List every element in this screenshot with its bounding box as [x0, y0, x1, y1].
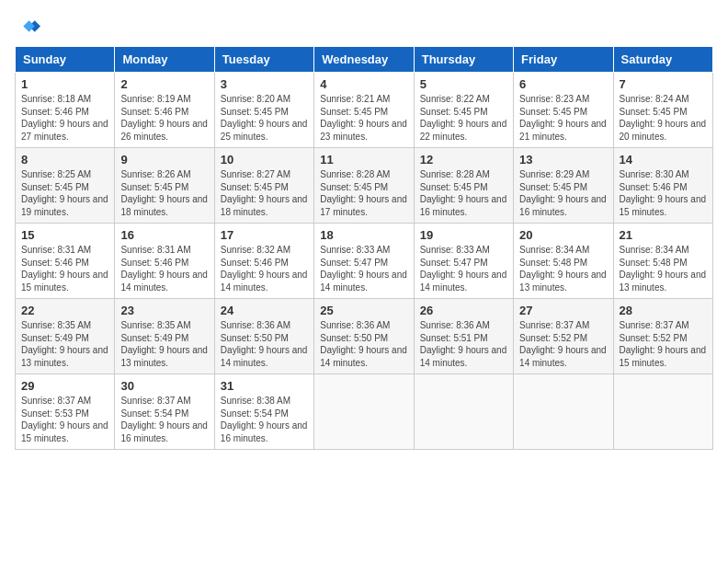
day-number: 22 — [21, 304, 108, 317]
day-info: Sunrise: 8:27 AMSunset: 5:45 PMDaylight:… — [221, 168, 308, 218]
day-number: 27 — [519, 304, 607, 317]
day-cell: 2Sunrise: 8:19 AMSunset: 5:46 PMDaylight… — [115, 73, 214, 148]
day-info: Sunrise: 8:36 AMSunset: 5:50 PMDaylight:… — [221, 319, 308, 369]
day-cell: 1Sunrise: 8:18 AMSunset: 5:46 PMDaylight… — [16, 73, 115, 148]
day-info: Sunrise: 8:37 AMSunset: 5:53 PMDaylight:… — [21, 395, 108, 444]
day-info: Sunrise: 8:38 AMSunset: 5:54 PMDaylight:… — [221, 395, 308, 444]
day-info: Sunrise: 8:32 AMSunset: 5:46 PMDaylight:… — [221, 244, 308, 293]
day-info: Sunrise: 8:28 AMSunset: 5:45 PMDaylight:… — [320, 168, 407, 218]
day-number: 31 — [221, 379, 308, 393]
day-cell: 21Sunrise: 8:34 AMSunset: 5:48 PMDayligh… — [613, 224, 712, 299]
calendar-table: SundayMondayTuesdayWednesdayThursdayFrid… — [15, 46, 713, 450]
day-info: Sunrise: 8:33 AMSunset: 5:47 PMDaylight:… — [320, 244, 407, 293]
header-monday: Monday — [115, 47, 214, 73]
header-thursday: Thursday — [414, 47, 513, 73]
day-info: Sunrise: 8:33 AMSunset: 5:47 PMDaylight:… — [420, 244, 507, 293]
day-cell: 20Sunrise: 8:34 AMSunset: 5:48 PMDayligh… — [514, 224, 613, 299]
day-number: 19 — [420, 228, 507, 242]
day-number: 13 — [519, 153, 607, 167]
day-info: Sunrise: 8:37 AMSunset: 5:52 PMDaylight:… — [620, 319, 707, 369]
day-cell: 27Sunrise: 8:37 AMSunset: 5:52 PMDayligh… — [514, 299, 613, 374]
day-cell: 3Sunrise: 8:20 AMSunset: 5:45 PMDaylight… — [214, 73, 313, 148]
day-number: 6 — [519, 77, 607, 91]
day-number: 29 — [21, 379, 108, 393]
day-info: Sunrise: 8:21 AMSunset: 5:45 PMDaylight:… — [320, 93, 407, 143]
day-cell: 29Sunrise: 8:37 AMSunset: 5:53 PMDayligh… — [16, 374, 115, 450]
header-row: SundayMondayTuesdayWednesdayThursdayFrid… — [16, 47, 713, 73]
day-number: 14 — [620, 153, 707, 167]
day-info: Sunrise: 8:36 AMSunset: 5:51 PMDaylight:… — [420, 319, 507, 369]
day-number: 16 — [120, 228, 208, 242]
day-cell: 19Sunrise: 8:33 AMSunset: 5:47 PMDayligh… — [414, 224, 513, 299]
day-info: Sunrise: 8:35 AMSunset: 5:49 PMDaylight:… — [120, 319, 208, 369]
day-cell: 15Sunrise: 8:31 AMSunset: 5:46 PMDayligh… — [16, 224, 115, 299]
day-cell: 25Sunrise: 8:36 AMSunset: 5:50 PMDayligh… — [314, 299, 414, 374]
day-info: Sunrise: 8:36 AMSunset: 5:50 PMDaylight:… — [320, 319, 407, 369]
week-row-3: 15Sunrise: 8:31 AMSunset: 5:46 PMDayligh… — [16, 224, 713, 299]
day-cell — [514, 374, 613, 450]
day-info: Sunrise: 8:23 AMSunset: 5:45 PMDaylight:… — [519, 93, 607, 143]
day-number: 30 — [120, 379, 208, 393]
day-cell: 26Sunrise: 8:36 AMSunset: 5:51 PMDayligh… — [414, 299, 513, 374]
day-cell: 13Sunrise: 8:29 AMSunset: 5:45 PMDayligh… — [514, 148, 613, 224]
day-number: 8 — [21, 153, 108, 167]
day-info: Sunrise: 8:31 AMSunset: 5:46 PMDaylight:… — [120, 244, 208, 293]
day-info: Sunrise: 8:26 AMSunset: 5:45 PMDaylight:… — [120, 168, 208, 218]
day-cell: 23Sunrise: 8:35 AMSunset: 5:49 PMDayligh… — [115, 299, 214, 374]
day-cell: 31Sunrise: 8:38 AMSunset: 5:54 PMDayligh… — [214, 374, 313, 450]
day-number: 2 — [120, 77, 208, 91]
day-number: 15 — [21, 228, 108, 242]
header-wednesday: Wednesday — [314, 47, 414, 73]
day-cell: 6Sunrise: 8:23 AMSunset: 5:45 PMDaylight… — [514, 73, 613, 148]
day-cell: 12Sunrise: 8:28 AMSunset: 5:45 PMDayligh… — [414, 148, 513, 224]
day-info: Sunrise: 8:20 AMSunset: 5:45 PMDaylight:… — [221, 93, 308, 143]
day-number: 18 — [320, 228, 407, 242]
day-cell: 10Sunrise: 8:27 AMSunset: 5:45 PMDayligh… — [214, 148, 313, 224]
day-number: 28 — [620, 304, 707, 317]
day-info: Sunrise: 8:19 AMSunset: 5:46 PMDaylight:… — [120, 93, 208, 143]
page-header — [15, 15, 713, 40]
day-number: 11 — [320, 153, 407, 167]
day-info: Sunrise: 8:22 AMSunset: 5:45 PMDaylight:… — [420, 93, 507, 143]
day-number: 9 — [120, 153, 208, 167]
header-tuesday: Tuesday — [214, 47, 313, 73]
day-number: 5 — [420, 77, 507, 91]
day-number: 21 — [620, 228, 707, 242]
day-info: Sunrise: 8:35 AMSunset: 5:49 PMDaylight:… — [21, 319, 108, 369]
day-cell: 7Sunrise: 8:24 AMSunset: 5:45 PMDaylight… — [613, 73, 712, 148]
day-info: Sunrise: 8:30 AMSunset: 5:46 PMDaylight:… — [620, 168, 707, 218]
day-cell: 11Sunrise: 8:28 AMSunset: 5:45 PMDayligh… — [314, 148, 414, 224]
day-cell: 22Sunrise: 8:35 AMSunset: 5:49 PMDayligh… — [16, 299, 115, 374]
day-info: Sunrise: 8:34 AMSunset: 5:48 PMDaylight:… — [620, 244, 707, 293]
week-row-4: 22Sunrise: 8:35 AMSunset: 5:49 PMDayligh… — [16, 299, 713, 374]
day-cell — [613, 374, 712, 450]
day-info: Sunrise: 8:25 AMSunset: 5:45 PMDaylight:… — [21, 168, 108, 218]
day-number: 7 — [620, 77, 707, 91]
day-number: 4 — [320, 77, 407, 91]
day-cell: 14Sunrise: 8:30 AMSunset: 5:46 PMDayligh… — [613, 148, 712, 224]
day-info: Sunrise: 8:24 AMSunset: 5:45 PMDaylight:… — [620, 93, 707, 143]
day-cell: 24Sunrise: 8:36 AMSunset: 5:50 PMDayligh… — [214, 299, 313, 374]
day-cell: 4Sunrise: 8:21 AMSunset: 5:45 PMDaylight… — [314, 73, 414, 148]
day-cell — [414, 374, 513, 450]
day-cell: 28Sunrise: 8:37 AMSunset: 5:52 PMDayligh… — [613, 299, 712, 374]
day-info: Sunrise: 8:28 AMSunset: 5:45 PMDaylight:… — [420, 168, 507, 218]
day-number: 10 — [221, 153, 308, 167]
day-cell — [314, 374, 414, 450]
day-cell: 16Sunrise: 8:31 AMSunset: 5:46 PMDayligh… — [115, 224, 214, 299]
header-sunday: Sunday — [16, 47, 115, 73]
day-number: 26 — [420, 304, 507, 317]
day-cell: 9Sunrise: 8:26 AMSunset: 5:45 PMDaylight… — [115, 148, 214, 224]
day-info: Sunrise: 8:34 AMSunset: 5:48 PMDaylight:… — [519, 244, 607, 293]
logo-icon — [15, 15, 40, 40]
day-info: Sunrise: 8:29 AMSunset: 5:45 PMDaylight:… — [519, 168, 607, 218]
week-row-5: 29Sunrise: 8:37 AMSunset: 5:53 PMDayligh… — [16, 374, 713, 450]
day-cell: 30Sunrise: 8:37 AMSunset: 5:54 PMDayligh… — [115, 374, 214, 450]
header-friday: Friday — [514, 47, 613, 73]
day-info: Sunrise: 8:37 AMSunset: 5:54 PMDaylight:… — [120, 395, 208, 444]
day-cell: 17Sunrise: 8:32 AMSunset: 5:46 PMDayligh… — [214, 224, 313, 299]
day-info: Sunrise: 8:37 AMSunset: 5:52 PMDaylight:… — [519, 319, 607, 369]
day-number: 17 — [221, 228, 308, 242]
day-cell: 5Sunrise: 8:22 AMSunset: 5:45 PMDaylight… — [414, 73, 513, 148]
day-number: 3 — [221, 77, 308, 91]
